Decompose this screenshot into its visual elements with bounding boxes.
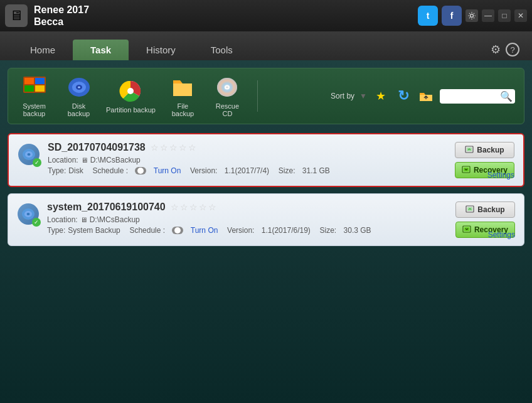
recovery-icon-2 [462, 225, 471, 234]
window-controls: t f — □ ✕ [418, 6, 527, 26]
toolbar-file-backup[interactable]: Filebackup [166, 75, 200, 117]
task1-title-row: SD_20170704091738 ☆ ☆ ☆ ☆ ☆ [48, 142, 455, 153]
search-icon[interactable]: 🔍 [500, 90, 513, 102]
toolbar-divider [257, 80, 258, 112]
task1-check-icon: ✓ [33, 158, 41, 167]
system-backup-label: Systembackup [23, 102, 46, 117]
svg-point-0 [471, 14, 474, 18]
task1-turnon[interactable]: Turn On [154, 166, 181, 175]
task2-settings-link[interactable]: Settings [488, 230, 515, 239]
svg-rect-20 [467, 148, 472, 151]
star5[interactable]: ☆ [208, 202, 216, 212]
close-button[interactable]: ✕ [514, 9, 527, 22]
system-backup-icon [22, 75, 47, 100]
sort-dropdown-icon[interactable]: ▼ [359, 92, 367, 100]
task-item[interactable]: ✓ system_20170619100740 ☆ ☆ ☆ ☆ ☆ Locati… [8, 193, 524, 246]
task2-location: Location: 🖥 D:\MCsBackup [47, 215, 455, 224]
svg-rect-4 [24, 85, 34, 92]
task-item[interactable]: ✓ SD_20170704091738 ☆ ☆ ☆ ☆ ☆ Location: … [8, 133, 524, 187]
task1-details: Type: Disk Schedule : Turn On Version: 1… [48, 166, 455, 175]
recovery-icon [462, 166, 471, 175]
app-title: Renee 2017 Becca [34, 4, 89, 28]
facebook-button[interactable]: f [442, 6, 462, 26]
star5[interactable]: ☆ [188, 142, 196, 153]
star1[interactable]: ☆ [151, 142, 159, 153]
backup-icon [465, 146, 474, 154]
app-logo: 🖥 [5, 4, 28, 27]
search-box: 🔍 [440, 89, 515, 104]
main-content: Systembackup Diskbackup [0, 60, 532, 403]
tab-tools[interactable]: Tools [193, 40, 250, 60]
star3[interactable]: ☆ [189, 202, 198, 212]
gear-icon[interactable]: ⚙ [491, 43, 501, 56]
tab-history[interactable]: History [129, 40, 193, 60]
toolbar: Systembackup Diskbackup [8, 68, 524, 124]
task2-toggle[interactable] [172, 227, 183, 234]
favorite-icon[interactable]: ★ [372, 87, 390, 105]
star1[interactable]: ☆ [171, 202, 179, 212]
toolbar-partition-backup[interactable]: Partition backup [106, 78, 156, 114]
star2[interactable]: ☆ [160, 142, 168, 153]
export-folder-icon[interactable] [417, 87, 435, 105]
task-list: ✓ SD_20170704091738 ☆ ☆ ☆ ☆ ☆ Location: … [8, 133, 524, 246]
rescue-cd-icon [215, 75, 240, 100]
navbar: Home Task History Tools ⚙ ? [0, 31, 532, 60]
task1-name: SD_20170704091738 [48, 142, 146, 153]
task1-icon: ✓ [18, 143, 40, 166]
toggle-dot-2 [174, 227, 181, 234]
star3[interactable]: ☆ [169, 142, 178, 153]
toolbar-rescue-cd[interactable]: RescueCD [210, 75, 245, 117]
task2-title-row: system_20170619100740 ☆ ☆ ☆ ☆ ☆ [47, 202, 455, 213]
task2-check-icon: ✓ [32, 218, 41, 227]
partition-backup-label: Partition backup [106, 106, 156, 114]
sort-label: Sort by [331, 92, 354, 100]
task2-details: Type: System Backup Schedule : Turn On V… [47, 226, 455, 235]
disk-backup-label: Diskbackup [68, 102, 90, 117]
task2-icon: ✓ [17, 203, 40, 225]
toolbar-system-backup[interactable]: Systembackup [17, 75, 51, 117]
task1-stars[interactable]: ☆ ☆ ☆ ☆ ☆ [151, 142, 196, 153]
svg-rect-2 [24, 78, 34, 84]
maximize-button[interactable]: □ [498, 9, 511, 22]
svg-rect-5 [35, 85, 45, 92]
svg-rect-27 [467, 207, 472, 211]
svg-point-9 [78, 87, 80, 89]
task1-toggle[interactable] [135, 167, 146, 175]
task1-location: Location: 🖥 D:\MCsBackup [48, 156, 455, 164]
toolbar-disk-backup[interactable]: Diskbackup [61, 75, 96, 117]
star4[interactable]: ☆ [199, 202, 207, 212]
svg-point-25 [27, 213, 30, 215]
help-icon[interactable]: ? [506, 43, 519, 56]
tab-task[interactable]: Task [73, 40, 129, 60]
task1-settings-link[interactable]: Settings [487, 171, 514, 180]
svg-point-11 [127, 88, 134, 94]
task2-info: system_20170619100740 ☆ ☆ ☆ ☆ ☆ Location… [47, 202, 455, 237]
task1-backup-button[interactable]: Backup [455, 142, 514, 158]
svg-rect-22 [464, 168, 469, 171]
task2-name: system_20170619100740 [47, 202, 166, 213]
svg-point-15 [226, 87, 228, 89]
refresh-button[interactable]: ↻ [395, 87, 412, 105]
svg-rect-3 [35, 78, 45, 84]
file-backup-icon [170, 75, 195, 100]
star4[interactable]: ☆ [179, 142, 187, 153]
backup-icon-2 [466, 205, 474, 214]
task2-backup-button[interactable]: Backup [455, 202, 515, 218]
titlebar: 🖥 Renee 2017 Becca t f — □ ✕ [0, 0, 532, 31]
rescue-cd-label: RescueCD [216, 102, 239, 117]
task2-stars[interactable]: ☆ ☆ ☆ ☆ ☆ [171, 202, 216, 212]
search-input[interactable] [444, 92, 500, 100]
minimize-button[interactable]: — [482, 9, 494, 22]
task1-info: SD_20170704091738 ☆ ☆ ☆ ☆ ☆ Location: 🖥 … [48, 142, 455, 177]
toggle-dot [137, 168, 144, 174]
svg-rect-29 [464, 227, 469, 231]
disk-backup-icon [66, 75, 92, 100]
settings-icon[interactable] [466, 9, 478, 22]
star2[interactable]: ☆ [180, 202, 188, 212]
tab-home[interactable]: Home [13, 40, 73, 60]
svg-point-18 [28, 153, 31, 156]
twitter-button[interactable]: t [418, 6, 438, 26]
file-backup-label: Filebackup [172, 102, 194, 117]
partition-backup-icon [118, 78, 143, 104]
task2-turnon[interactable]: Turn On [191, 226, 218, 235]
